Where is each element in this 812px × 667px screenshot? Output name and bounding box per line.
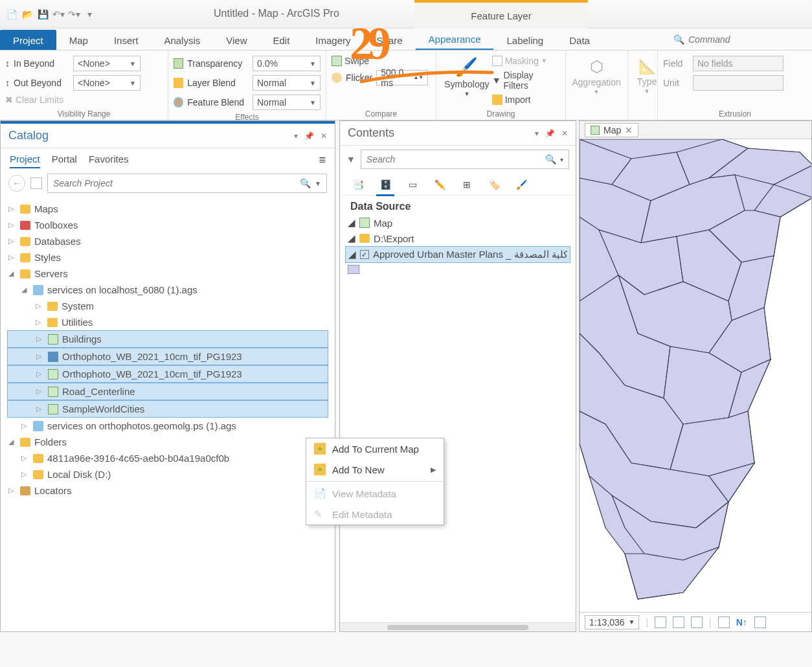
layer-approved-plans[interactable]: ◢ ✓ Approved Urban Master Plans _ كلية ا… xyxy=(345,246,570,263)
field-combo[interactable]: No fields xyxy=(693,56,784,71)
tab-share[interactable]: Share xyxy=(364,30,416,50)
list-by-editing-icon[interactable]: ✏️ xyxy=(432,177,447,192)
tree-maps[interactable]: ▷Maps xyxy=(7,201,328,217)
panel-close-icon[interactable]: ✕ xyxy=(561,129,568,138)
select-tool-icon[interactable] xyxy=(655,616,666,628)
out-beyond-combo[interactable]: <None>▼ xyxy=(73,75,141,91)
flicker-spinner[interactable]: 500.0 ms▲▼ xyxy=(376,70,428,85)
tree-locators[interactable]: ▷Locators xyxy=(7,482,328,499)
catalog-search-input[interactable] xyxy=(53,178,300,188)
transparency-combo[interactable]: 0.0%▼ xyxy=(253,56,321,71)
ribbon-search-input[interactable] xyxy=(688,34,803,45)
grid-icon[interactable] xyxy=(691,616,703,628)
aggregation-button[interactable]: ⬡ Aggregation▼ xyxy=(571,53,622,100)
tree-server-orthophotos[interactable]: ▷services on orthophotos.geomolg.ps (1).… xyxy=(7,418,328,434)
tab-appearance[interactable]: Appearance xyxy=(416,28,494,50)
horizontal-scrollbar[interactable] xyxy=(387,625,528,630)
tab-view[interactable]: View xyxy=(213,30,260,50)
tab-imagery[interactable]: Imagery xyxy=(302,30,363,50)
list-by-labeling-icon[interactable]: 🏷️ xyxy=(486,177,502,192)
tab-insert[interactable]: Insert xyxy=(101,30,152,50)
home-icon[interactable] xyxy=(30,177,42,189)
tab-data[interactable]: Data xyxy=(556,30,603,50)
redo-icon[interactable]: ↷▾ xyxy=(67,8,80,21)
tree-server-localhost[interactable]: ◢services on localhost_6080 (1).ags xyxy=(7,282,328,298)
layer-visibility-checkbox[interactable]: ✓ xyxy=(360,250,369,259)
tree-local-disk[interactable]: ▷Local Disk (D:) xyxy=(7,466,328,482)
tab-map[interactable]: Map xyxy=(56,30,101,50)
swipe-button[interactable]: Swipe xyxy=(332,56,431,66)
tree-utilities[interactable]: ▷Utilities xyxy=(7,314,328,330)
list-by-selection-icon[interactable]: ▭ xyxy=(405,177,420,192)
panel-pin-icon[interactable]: 📌 xyxy=(545,129,555,138)
panel-options-icon[interactable]: ▾ xyxy=(535,129,539,138)
tree-ortho2[interactable]: ▷Orthophoto_WB_2021_10cm_tif_PG1923 xyxy=(7,365,328,383)
feature-blend-combo[interactable]: Normal▼ xyxy=(253,95,321,110)
clear-limits-button[interactable]: ✖Clear Limits xyxy=(5,95,163,105)
list-by-perspective-icon[interactable]: 🖌️ xyxy=(513,177,529,192)
contents-search[interactable]: 🔍 ▾ xyxy=(361,150,569,169)
tree-toolboxes[interactable]: ▷Toolboxes xyxy=(7,217,328,233)
search-dropdown-icon[interactable]: ▼ xyxy=(315,180,321,187)
new-project-icon[interactable]: 📄 xyxy=(5,8,18,21)
tree-styles[interactable]: ▷Styles xyxy=(7,249,328,266)
subtab-portal[interactable]: Portal xyxy=(52,153,77,168)
tree-databases[interactable]: ▷Databases xyxy=(7,233,328,249)
symbology-button[interactable]: 🖌️ Symbology▼ xyxy=(442,53,492,100)
panel-options-icon[interactable]: ▾ xyxy=(294,131,298,141)
type-button[interactable]: 📐 Type▼ xyxy=(633,53,660,100)
tree-folders[interactable]: ◢Folders xyxy=(7,434,328,450)
ribbon-search[interactable]: 🔍 xyxy=(664,29,812,50)
tree-sample[interactable]: ▷SampleWorldCities xyxy=(7,400,328,418)
panel-close-icon[interactable]: ✕ xyxy=(321,131,327,141)
catalog-search[interactable]: 🔍 ▼ xyxy=(47,174,327,193)
tab-labeling[interactable]: Labeling xyxy=(493,30,556,50)
snapping-icon[interactable] xyxy=(718,616,730,628)
map-icon xyxy=(591,126,600,135)
display-filters-button[interactable]: ▼Display Filters xyxy=(492,70,560,91)
tree-road[interactable]: ▷Road_Centerline xyxy=(7,383,328,400)
list-by-drawing-icon[interactable]: 📑 xyxy=(350,177,366,192)
pause-drawing-icon[interactable] xyxy=(754,616,766,628)
undo-icon[interactable]: ↶▾ xyxy=(52,8,65,21)
menu-icon[interactable]: ≡ xyxy=(319,153,326,168)
ctx-add-new[interactable]: ＋Add To New▶ xyxy=(306,459,444,480)
in-beyond-combo[interactable]: <None>▼ xyxy=(73,56,141,71)
masking-button[interactable]: Masking▼ xyxy=(492,56,560,66)
explore-tool-icon[interactable] xyxy=(673,616,684,628)
tab-project[interactable]: Project xyxy=(0,30,56,50)
ctx-add-current-map[interactable]: ＋Add To Current Map xyxy=(306,438,444,459)
list-by-source-icon[interactable]: 🗄️ xyxy=(378,177,393,192)
contents-search-input[interactable] xyxy=(367,154,545,164)
tree-servers[interactable]: ◢Servers xyxy=(7,266,328,282)
import-button[interactable]: Import xyxy=(492,95,560,105)
tree-buildings[interactable]: ▷Buildings xyxy=(7,330,328,348)
map-tab[interactable]: Map✕ xyxy=(585,123,638,137)
search-icon[interactable]: 🔍 xyxy=(300,178,311,188)
list-by-snapping-icon[interactable]: ⊞ xyxy=(459,177,475,192)
save-project-icon[interactable]: 💾 xyxy=(36,8,49,21)
unit-combo[interactable] xyxy=(693,75,784,91)
tree-folder-guid[interactable]: ▷4811a96e-3916-4c65-aeb0-b04a19a0cf0b xyxy=(7,450,328,466)
north-arrow-icon[interactable]: N↑ xyxy=(736,616,748,628)
map-canvas[interactable] xyxy=(580,139,811,612)
tree-ortho1[interactable]: ▷Orthophoto_WB_2021_10cm_tif_PG1923 xyxy=(7,348,328,365)
source-node[interactable]: ◢D:\Export xyxy=(345,231,570,246)
open-project-icon[interactable]: 📂 xyxy=(21,8,34,21)
map-scale-combo[interactable]: 1:13,036▼ xyxy=(585,615,639,629)
tab-edit[interactable]: Edit xyxy=(260,30,303,50)
search-dropdown-icon[interactable]: ▾ xyxy=(560,156,563,163)
layer-blend-combo[interactable]: Normal▼ xyxy=(253,75,321,91)
tab-analysis[interactable]: Analysis xyxy=(151,30,213,50)
layer-symbol[interactable] xyxy=(345,263,570,276)
tree-system[interactable]: ▷System xyxy=(7,298,328,314)
close-icon[interactable]: ✕ xyxy=(625,125,633,135)
back-button[interactable]: ← xyxy=(8,175,25,192)
subtab-favorites[interactable]: Favorites xyxy=(89,153,129,168)
qat-customize-icon[interactable]: ▾ xyxy=(83,8,96,21)
search-icon[interactable]: 🔍 xyxy=(545,154,556,164)
filter-icon[interactable]: ▼ xyxy=(346,154,355,164)
map-node[interactable]: ◢Map xyxy=(345,215,570,231)
panel-pin-icon[interactable]: 📌 xyxy=(304,131,314,141)
subtab-project[interactable]: Project xyxy=(10,153,40,168)
